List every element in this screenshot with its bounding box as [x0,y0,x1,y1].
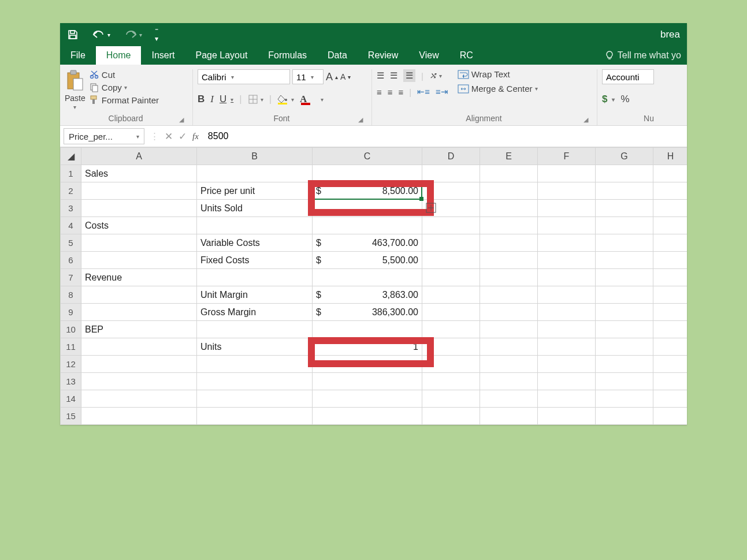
cell[interactable]: Sales [81,165,197,182]
enter-formula-icon[interactable]: ✓ [179,130,187,143]
cell[interactable] [422,304,480,321]
cell[interactable] [653,304,687,321]
cell[interactable]: Price per unit [197,182,313,200]
cell[interactable] [538,408,596,425]
cell[interactable] [480,304,538,321]
cell[interactable]: $463,700.00 [313,234,422,252]
font-name-combo[interactable]: Calibri▾ [198,69,290,84]
cell[interactable] [197,269,313,286]
borders-button[interactable]: ▾ [248,94,263,104]
number-format-combo[interactable]: Accounti [602,69,654,84]
col-header-A[interactable]: A [81,148,197,165]
cell[interactable] [81,304,197,321]
cell[interactable] [480,390,538,408]
cell[interactable] [480,200,538,217]
cell[interactable] [422,390,480,408]
col-header-F[interactable]: F [538,148,596,165]
tab-view[interactable]: View [408,46,449,65]
cell[interactable] [653,269,687,286]
fill-color-button[interactable]: ▾ [277,94,294,104]
cell[interactable] [653,286,687,304]
cell[interactable] [596,338,653,356]
cell[interactable] [538,338,596,356]
name-box[interactable]: Price_per... ▾ [64,128,144,144]
fx-icon[interactable]: fx [192,132,199,141]
cell[interactable] [422,338,480,356]
cell[interactable] [422,182,480,200]
col-header-G[interactable]: G [596,148,653,165]
cell[interactable]: Units [197,338,313,356]
cell[interactable] [480,234,538,252]
cell[interactable] [197,321,313,338]
bold-button[interactable]: B [198,94,205,105]
cell[interactable] [197,373,313,390]
cell[interactable] [81,373,197,390]
cell[interactable]: $8,500.00 [313,182,422,200]
cell[interactable] [538,165,596,182]
cancel-formula-icon[interactable]: ✕ [165,130,173,143]
cell[interactable] [596,356,653,373]
row-header[interactable]: 4 [61,217,81,234]
row-header[interactable]: 9 [61,304,81,321]
cell[interactable] [197,408,313,425]
formula-input[interactable] [205,130,683,143]
cell[interactable] [538,252,596,269]
tab-rc[interactable]: RC [449,46,484,65]
row-header[interactable]: 10 [61,321,81,338]
increase-indent-icon[interactable]: ≡⇥ [436,87,448,97]
cell[interactable] [480,356,538,373]
cell[interactable] [81,286,197,304]
tab-data[interactable]: Data [317,46,358,65]
cell[interactable]: Fixed Costs [197,252,313,269]
cell[interactable] [596,217,653,234]
cell[interactable] [538,286,596,304]
cell[interactable] [313,217,422,234]
alignment-dialog-launcher-icon[interactable]: ◢ [582,116,590,124]
align-center-icon[interactable]: ≡ [388,87,393,97]
row-header[interactable]: 15 [61,408,81,425]
cell[interactable] [653,321,687,338]
cell[interactable] [422,356,480,373]
cell[interactable] [81,182,197,200]
cell[interactable] [596,182,653,200]
cell[interactable] [197,356,313,373]
cell[interactable]: $3,863.00 [313,286,422,304]
cell[interactable] [197,217,313,234]
underline-button[interactable]: U▾ [220,94,233,105]
cell[interactable] [480,286,538,304]
cell[interactable] [422,165,480,182]
font-color-button[interactable]: A ▾ [300,94,324,105]
cell[interactable] [197,390,313,408]
decrease-indent-icon[interactable]: ⇤≡ [417,87,430,97]
cell[interactable] [313,356,422,373]
cell[interactable] [81,234,197,252]
cell[interactable] [538,304,596,321]
cell[interactable] [653,390,687,408]
align-middle-icon[interactable]: ☰ [390,70,397,81]
cell[interactable] [480,165,538,182]
cell[interactable] [313,321,422,338]
qat-customize-icon[interactable]: ⁼▾ [155,27,158,43]
row-header[interactable]: 6 [61,252,81,269]
cell[interactable] [313,165,422,182]
row-header[interactable]: 5 [61,234,81,252]
cell[interactable]: $5,500.00 [313,252,422,269]
cell[interactable] [422,286,480,304]
save-icon[interactable] [67,29,79,40]
merge-center-button[interactable]: Merge & Center ▾ [458,84,538,94]
cell[interactable] [538,390,596,408]
row-header[interactable]: 3 [61,200,81,217]
cell[interactable] [653,373,687,390]
row-header[interactable]: 8 [61,286,81,304]
cell[interactable]: Unit Margin [197,286,313,304]
cell[interactable]: 1 [313,338,422,356]
cell[interactable] [480,338,538,356]
spreadsheet-grid[interactable]: ◢ A B C D E F G H 1Sales2Price per unit$… [60,147,687,425]
cell[interactable] [653,252,687,269]
clipboard-dialog-launcher-icon[interactable]: ◢ [177,116,185,124]
cell[interactable] [538,200,596,217]
cell[interactable]: Gross Margin [197,304,313,321]
cell[interactable] [538,182,596,200]
tab-page-layout[interactable]: Page Layout [185,46,258,65]
row-header[interactable]: 2 [61,182,81,200]
